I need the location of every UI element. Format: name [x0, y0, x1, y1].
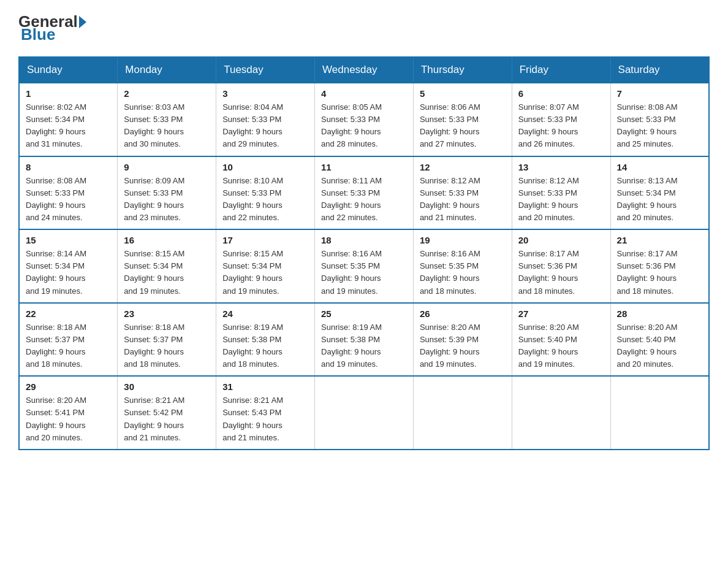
- calendar-cell: 1 Sunrise: 8:02 AMSunset: 5:34 PMDayligh…: [19, 83, 118, 156]
- calendar-cell: 13 Sunrise: 8:12 AMSunset: 5:33 PMDaylig…: [512, 156, 610, 230]
- calendar-cell: 23 Sunrise: 8:18 AMSunset: 5:37 PMDaylig…: [118, 303, 216, 377]
- day-info: Sunrise: 8:13 AMSunset: 5:34 PMDaylight:…: [617, 175, 702, 224]
- weekday-header-tuesday: Tuesday: [216, 57, 315, 83]
- calendar-header: SundayMondayTuesdayWednesdayThursdayFrid…: [19, 57, 709, 83]
- day-info: Sunrise: 8:20 AMSunset: 5:40 PMDaylight:…: [518, 321, 604, 371]
- day-info: Sunrise: 8:16 AMSunset: 5:35 PMDaylight:…: [321, 248, 407, 297]
- day-info: Sunrise: 8:21 AMSunset: 5:43 PMDaylight:…: [222, 394, 308, 444]
- weekday-header-wednesday: Wednesday: [315, 57, 414, 83]
- day-number: 16: [124, 235, 210, 245]
- day-number: 9: [124, 162, 210, 172]
- day-info: Sunrise: 8:20 AMSunset: 5:41 PMDaylight:…: [26, 394, 111, 444]
- calendar-cell: 12 Sunrise: 8:12 AMSunset: 5:33 PMDaylig…: [413, 156, 512, 230]
- day-info: Sunrise: 8:11 AMSunset: 5:33 PMDaylight:…: [321, 175, 407, 224]
- weekday-header-saturday: Saturday: [610, 57, 709, 83]
- day-info: Sunrise: 8:20 AMSunset: 5:40 PMDaylight:…: [617, 321, 702, 371]
- calendar-cell: 9 Sunrise: 8:09 AMSunset: 5:33 PMDayligh…: [118, 156, 216, 230]
- day-info: Sunrise: 8:08 AMSunset: 5:33 PMDaylight:…: [26, 175, 111, 224]
- day-info: Sunrise: 8:12 AMSunset: 5:33 PMDaylight:…: [420, 175, 506, 224]
- calendar-cell: 28 Sunrise: 8:20 AMSunset: 5:40 PMDaylig…: [610, 303, 709, 377]
- calendar-cell: 16 Sunrise: 8:15 AMSunset: 5:34 PMDaylig…: [118, 229, 216, 303]
- day-number: 15: [26, 235, 111, 245]
- weekday-header-sunday: Sunday: [19, 57, 118, 83]
- calendar-cell: 20 Sunrise: 8:17 AMSunset: 5:36 PMDaylig…: [512, 229, 610, 303]
- logo: General Blue: [18, 12, 88, 44]
- calendar-week-row: 22 Sunrise: 8:18 AMSunset: 5:37 PMDaylig…: [19, 303, 709, 377]
- day-number: 3: [222, 88, 308, 99]
- calendar-cell: 15 Sunrise: 8:14 AMSunset: 5:34 PMDaylig…: [19, 229, 118, 303]
- day-number: 23: [124, 308, 210, 319]
- day-number: 26: [420, 308, 506, 319]
- calendar-cell: 6 Sunrise: 8:07 AMSunset: 5:33 PMDayligh…: [512, 83, 610, 156]
- day-info: Sunrise: 8:15 AMSunset: 5:34 PMDaylight:…: [124, 248, 210, 297]
- day-info: Sunrise: 8:10 AMSunset: 5:33 PMDaylight:…: [222, 175, 308, 224]
- calendar-cell: 24 Sunrise: 8:19 AMSunset: 5:38 PMDaylig…: [216, 303, 315, 377]
- day-info: Sunrise: 8:17 AMSunset: 5:36 PMDaylight:…: [617, 248, 702, 297]
- day-number: 28: [617, 308, 702, 319]
- day-info: Sunrise: 8:15 AMSunset: 5:34 PMDaylight:…: [222, 248, 308, 297]
- day-info: Sunrise: 8:19 AMSunset: 5:38 PMDaylight:…: [321, 321, 407, 371]
- day-number: 18: [321, 235, 407, 245]
- day-number: 25: [321, 308, 407, 319]
- page-header: General Blue: [18, 12, 710, 44]
- day-info: Sunrise: 8:03 AMSunset: 5:33 PMDaylight:…: [124, 101, 210, 151]
- calendar-cell: [315, 376, 414, 450]
- calendar-cell: 21 Sunrise: 8:17 AMSunset: 5:36 PMDaylig…: [610, 229, 709, 303]
- calendar-cell: 18 Sunrise: 8:16 AMSunset: 5:35 PMDaylig…: [315, 229, 414, 303]
- weekday-header-row: SundayMondayTuesdayWednesdayThursdayFrid…: [19, 57, 709, 83]
- calendar-cell: 25 Sunrise: 8:19 AMSunset: 5:38 PMDaylig…: [315, 303, 414, 377]
- day-number: 12: [420, 162, 506, 172]
- day-number: 10: [222, 162, 308, 172]
- day-number: 29: [26, 381, 111, 392]
- day-info: Sunrise: 8:05 AMSunset: 5:33 PMDaylight:…: [321, 101, 407, 151]
- day-info: Sunrise: 8:14 AMSunset: 5:34 PMDaylight:…: [26, 248, 111, 297]
- calendar-cell: [413, 376, 512, 450]
- calendar-cell: 19 Sunrise: 8:16 AMSunset: 5:35 PMDaylig…: [413, 229, 512, 303]
- calendar-cell: 26 Sunrise: 8:20 AMSunset: 5:39 PMDaylig…: [413, 303, 512, 377]
- weekday-header-thursday: Thursday: [413, 57, 512, 83]
- day-number: 20: [518, 235, 604, 245]
- calendar-cell: [512, 376, 610, 450]
- calendar-cell: 22 Sunrise: 8:18 AMSunset: 5:37 PMDaylig…: [19, 303, 118, 377]
- day-info: Sunrise: 8:19 AMSunset: 5:38 PMDaylight:…: [222, 321, 308, 371]
- day-number: 24: [222, 308, 308, 319]
- day-number: 1: [26, 88, 111, 99]
- logo-blue-text: Blue: [21, 25, 55, 44]
- day-info: Sunrise: 8:02 AMSunset: 5:34 PMDaylight:…: [26, 101, 111, 151]
- day-number: 13: [518, 162, 604, 172]
- day-info: Sunrise: 8:17 AMSunset: 5:36 PMDaylight:…: [518, 248, 604, 297]
- day-number: 7: [617, 88, 702, 99]
- day-info: Sunrise: 8:18 AMSunset: 5:37 PMDaylight:…: [124, 321, 210, 371]
- weekday-header-monday: Monday: [118, 57, 216, 83]
- calendar-week-row: 8 Sunrise: 8:08 AMSunset: 5:33 PMDayligh…: [19, 156, 709, 230]
- calendar-cell: 27 Sunrise: 8:20 AMSunset: 5:40 PMDaylig…: [512, 303, 610, 377]
- calendar-body: 1 Sunrise: 8:02 AMSunset: 5:34 PMDayligh…: [19, 83, 709, 450]
- day-number: 6: [518, 88, 604, 99]
- day-number: 5: [420, 88, 506, 99]
- calendar-cell: 7 Sunrise: 8:08 AMSunset: 5:33 PMDayligh…: [610, 83, 709, 156]
- logo-arrow-icon: [79, 16, 86, 28]
- day-info: Sunrise: 8:07 AMSunset: 5:33 PMDaylight:…: [518, 101, 604, 151]
- calendar-cell: 5 Sunrise: 8:06 AMSunset: 5:33 PMDayligh…: [413, 83, 512, 156]
- calendar-cell: 8 Sunrise: 8:08 AMSunset: 5:33 PMDayligh…: [19, 156, 118, 230]
- day-info: Sunrise: 8:21 AMSunset: 5:42 PMDaylight:…: [124, 394, 210, 444]
- calendar-cell: 10 Sunrise: 8:10 AMSunset: 5:33 PMDaylig…: [216, 156, 315, 230]
- calendar-cell: 4 Sunrise: 8:05 AMSunset: 5:33 PMDayligh…: [315, 83, 414, 156]
- day-number: 27: [518, 308, 604, 319]
- calendar-cell: 31 Sunrise: 8:21 AMSunset: 5:43 PMDaylig…: [216, 376, 315, 450]
- day-number: 11: [321, 162, 407, 172]
- day-number: 30: [124, 381, 210, 392]
- day-info: Sunrise: 8:04 AMSunset: 5:33 PMDaylight:…: [222, 101, 308, 151]
- calendar-cell: 30 Sunrise: 8:21 AMSunset: 5:42 PMDaylig…: [118, 376, 216, 450]
- day-number: 2: [124, 88, 210, 99]
- calendar-cell: 29 Sunrise: 8:20 AMSunset: 5:41 PMDaylig…: [19, 376, 118, 450]
- day-number: 22: [26, 308, 111, 319]
- day-number: 8: [26, 162, 111, 172]
- weekday-header-friday: Friday: [512, 57, 610, 83]
- day-info: Sunrise: 8:18 AMSunset: 5:37 PMDaylight:…: [26, 321, 111, 371]
- day-info: Sunrise: 8:16 AMSunset: 5:35 PMDaylight:…: [420, 248, 506, 297]
- calendar-table: SundayMondayTuesdayWednesdayThursdayFrid…: [18, 56, 710, 450]
- calendar-week-row: 15 Sunrise: 8:14 AMSunset: 5:34 PMDaylig…: [19, 229, 709, 303]
- calendar-week-row: 29 Sunrise: 8:20 AMSunset: 5:41 PMDaylig…: [19, 376, 709, 450]
- day-info: Sunrise: 8:12 AMSunset: 5:33 PMDaylight:…: [518, 175, 604, 224]
